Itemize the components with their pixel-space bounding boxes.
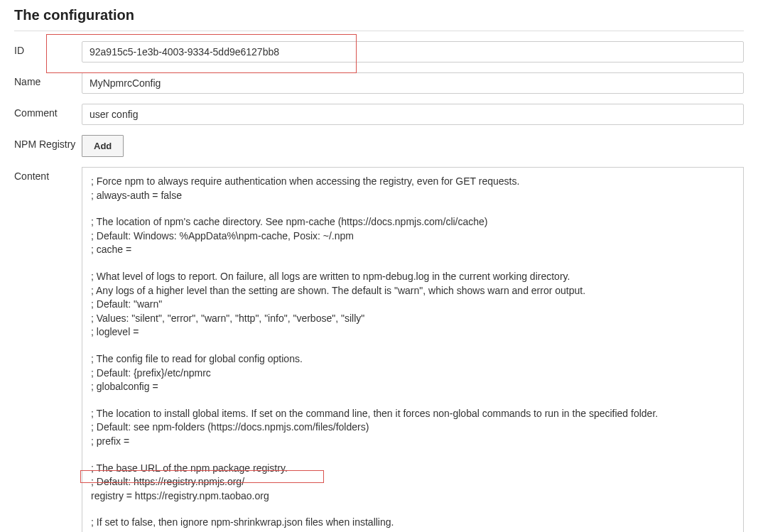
- content-block-loglevel: ; What level of logs to report. On failu…: [91, 270, 735, 340]
- content-line: ; always-auth = false: [91, 189, 735, 203]
- content-line: registry = https://registry.npm.taobao.o…: [91, 489, 735, 504]
- row-npm-registry: NPM Registry Add: [14, 125, 744, 157]
- content-box[interactable]: ; Force npm to always require authentica…: [82, 167, 744, 532]
- content-line: ; The config file to read for global con…: [91, 352, 735, 367]
- label-name: Name: [14, 72, 82, 87]
- label-content: Content: [14, 167, 82, 182]
- content-line: ; Force npm to always require authentica…: [91, 175, 735, 189]
- row-name: Name: [14, 63, 744, 94]
- content-line: ; The base URL of the npm package regist…: [91, 462, 735, 476]
- content-line: ; Default: Windows: %AppData%\npm-cache,…: [91, 229, 735, 244]
- content-line: ; Default: see npm-folders (https://docs…: [91, 420, 735, 435]
- content-line: ; prefix =: [91, 435, 735, 449]
- content-line: ; Default: {prefix}/etc/npmrc: [91, 367, 735, 381]
- row-content: Content ; Force npm to always require au…: [14, 157, 744, 532]
- content-line: ; What level of logs to report. On failu…: [91, 270, 735, 284]
- content-block-registry: ; The base URL of the npm package regist…: [91, 462, 735, 504]
- row-comment: Comment: [14, 94, 744, 125]
- content-line: ; Default: https://registry.npmjs.org/: [91, 475, 735, 489]
- add-button[interactable]: Add: [82, 135, 124, 157]
- label-id: ID: [14, 41, 82, 56]
- content-block-prefix: ; The location to install global items. …: [91, 407, 735, 449]
- content-line: ; The location of npm's cache directory.…: [91, 215, 735, 229]
- content-line: ; cache =: [91, 243, 735, 257]
- content-line: ; Values: "silent", "error", "warn", "ht…: [91, 312, 735, 326]
- content-block-globalconfig: ; The config file to read for global con…: [91, 352, 735, 394]
- label-comment: Comment: [14, 104, 82, 119]
- row-id: ID: [14, 31, 744, 63]
- label-npm-registry: NPM Registry: [14, 135, 82, 150]
- page-title: The configuration: [14, 7, 744, 31]
- content-line: ; If set to false, then ignore npm-shrin…: [91, 516, 735, 530]
- content-line: ; The location to install global items. …: [91, 407, 735, 421]
- content-block-always-auth: ; Force npm to always require authentica…: [91, 175, 735, 202]
- name-field[interactable]: [82, 72, 744, 94]
- content-line: ; Default: "warn": [91, 298, 735, 312]
- content-block-cache: ; The location of npm's cache directory.…: [91, 215, 735, 257]
- comment-field[interactable]: [82, 104, 744, 125]
- content-line: ; loglevel =: [91, 325, 735, 340]
- content-line: ; Any logs of a higher level than the se…: [91, 284, 735, 298]
- id-field[interactable]: [82, 41, 744, 63]
- content-block-shrinkwrap: ; If set to false, then ignore npm-shrin…: [91, 516, 735, 532]
- content-line: ; globalconfig =: [91, 380, 735, 394]
